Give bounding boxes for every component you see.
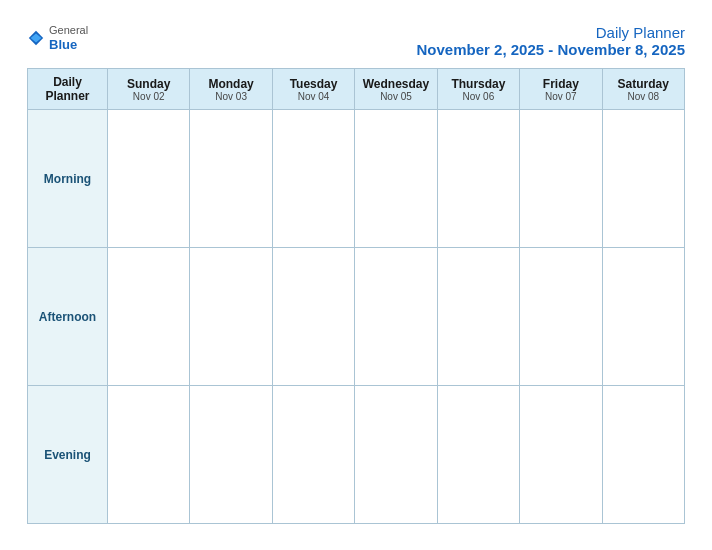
daily-planner-page: General Blue Daily Planner November 2, 2…: [11, 10, 701, 540]
col-header-tue-name: Tuesday: [277, 77, 350, 91]
cell-afternoon-tue[interactable]: [272, 248, 354, 386]
header-right: Daily Planner November 2, 2025 - Novembe…: [417, 24, 685, 58]
col-header-planner: Planner: [45, 89, 89, 103]
col-header-mon-date: Nov 03: [194, 91, 267, 102]
header-row: Daily Planner Sunday Nov 02 Monday Nov 0…: [28, 69, 685, 110]
cell-evening-fri[interactable]: [520, 386, 602, 524]
col-header-label: Daily Planner: [28, 69, 108, 110]
cell-evening-sun[interactable]: [108, 386, 190, 524]
col-header-daily: Daily: [53, 75, 82, 89]
col-header-mon: Monday Nov 03: [190, 69, 272, 110]
row-morning: Morning: [28, 110, 685, 248]
row-afternoon: Afternoon: [28, 248, 685, 386]
col-header-sun: Sunday Nov 02: [108, 69, 190, 110]
col-header-tue: Tuesday Nov 04: [272, 69, 354, 110]
header: General Blue Daily Planner November 2, 2…: [27, 24, 685, 58]
col-header-wed: Wednesday Nov 05: [355, 69, 437, 110]
col-header-fri: Friday Nov 07: [520, 69, 602, 110]
row-evening: Evening: [28, 386, 685, 524]
cell-morning-fri[interactable]: [520, 110, 602, 248]
cell-morning-wed[interactable]: [355, 110, 437, 248]
col-header-mon-name: Monday: [194, 77, 267, 91]
col-header-wed-name: Wednesday: [359, 77, 432, 91]
logo: General Blue: [27, 24, 88, 53]
col-header-wed-date: Nov 05: [359, 91, 432, 102]
cell-morning-tue[interactable]: [272, 110, 354, 248]
header-date: November 2, 2025 - November 8, 2025: [417, 41, 685, 58]
col-header-sat: Saturday Nov 08: [602, 69, 684, 110]
cell-evening-mon[interactable]: [190, 386, 272, 524]
logo-icon: [27, 29, 45, 47]
logo-general-text: General: [49, 24, 88, 37]
cell-afternoon-sun[interactable]: [108, 248, 190, 386]
cell-afternoon-sat[interactable]: [602, 248, 684, 386]
col-header-thu-date: Nov 06: [442, 91, 515, 102]
planner-table: Daily Planner Sunday Nov 02 Monday Nov 0…: [27, 68, 685, 524]
cell-afternoon-fri[interactable]: [520, 248, 602, 386]
cell-evening-thu[interactable]: [437, 386, 519, 524]
cell-afternoon-mon[interactable]: [190, 248, 272, 386]
cell-evening-wed[interactable]: [355, 386, 437, 524]
col-header-thu: Thursday Nov 06: [437, 69, 519, 110]
col-header-sun-name: Sunday: [112, 77, 185, 91]
cell-morning-sat[interactable]: [602, 110, 684, 248]
cell-evening-tue[interactable]: [272, 386, 354, 524]
cell-morning-mon[interactable]: [190, 110, 272, 248]
col-header-fri-date: Nov 07: [524, 91, 597, 102]
cell-afternoon-wed[interactable]: [355, 248, 437, 386]
row-label-evening: Evening: [28, 386, 108, 524]
col-header-sun-date: Nov 02: [112, 91, 185, 102]
col-header-tue-date: Nov 04: [277, 91, 350, 102]
row-label-afternoon: Afternoon: [28, 248, 108, 386]
col-header-fri-name: Friday: [524, 77, 597, 91]
header-title: Daily Planner: [417, 24, 685, 41]
col-header-thu-name: Thursday: [442, 77, 515, 91]
cell-morning-sun[interactable]: [108, 110, 190, 248]
col-header-sat-date: Nov 08: [607, 91, 680, 102]
logo-blue-text: Blue: [49, 37, 88, 53]
col-header-sat-name: Saturday: [607, 77, 680, 91]
row-label-morning: Morning: [28, 110, 108, 248]
cell-evening-sat[interactable]: [602, 386, 684, 524]
cell-afternoon-thu[interactable]: [437, 248, 519, 386]
cell-morning-thu[interactable]: [437, 110, 519, 248]
